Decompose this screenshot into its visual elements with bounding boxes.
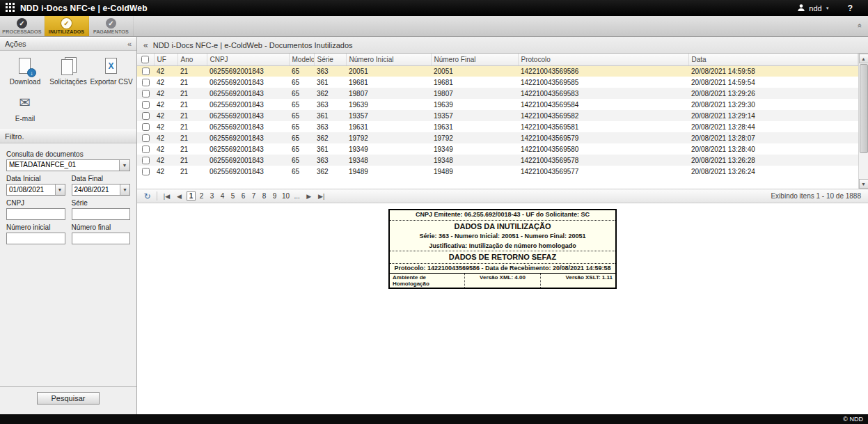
row-checkbox[interactable] [142,79,150,86]
select-all-checkbox[interactable] [141,56,149,63]
table-row[interactable]: 4221062556920018436536219792197921422100… [137,132,858,143]
column-header-modelo[interactable]: Modelo [289,54,314,65]
tab-pagamentos[interactable]: ✓ PAGAMENTOS [89,16,134,36]
pager-page-3[interactable]: 3 [207,192,216,200]
table-cell: 42 [154,143,177,155]
pager-last-button[interactable]: ▶| [316,193,326,200]
select-all-header-cell [137,54,154,65]
data-inicial-dropdown-icon[interactable]: ▼ [55,184,65,196]
table-cell: 06255692001843 [207,65,289,77]
table-row[interactable]: 4221062556920018436536119357193571422100… [137,110,858,121]
collapse-actions-icon[interactable]: « [127,40,132,48]
email-button[interactable]: ✉ E-mail [3,94,47,123]
table-cell: 142210043569579 [518,132,688,143]
pager-page-1[interactable]: 1 [187,191,196,201]
cnpj-input[interactable] [6,208,65,220]
scroll-up-icon[interactable]: ▲ [859,54,868,63]
pager-page-2[interactable]: 2 [197,192,206,200]
column-header-ano[interactable]: Ano [177,54,207,65]
table-row[interactable]: 4221062556920018436536219489194891422100… [137,166,858,177]
table-cell: 65 [289,77,314,88]
pager-page-8[interactable]: 8 [260,192,269,200]
numero-final-input[interactable] [72,233,131,244]
row-checkbox[interactable] [142,101,150,109]
pager-page-10[interactable]: 10 [281,192,291,200]
row-checkbox[interactable] [142,146,150,153]
serie-input[interactable] [72,208,131,220]
consulta-dropdown-icon[interactable]: ▼ [119,160,129,171]
sidebar: Ações « ↓ Download Solicitações [0,37,137,414]
download-button[interactable]: ↓ Download [3,57,47,86]
export-csv-icon: X [102,57,120,75]
table-cell: 65 [289,166,314,177]
app-grid-icon[interactable] [6,2,15,15]
row-checkbox[interactable] [142,90,150,97]
scrollbar-thumb[interactable] [860,64,868,153]
user-dropdown-icon: ▼ [826,6,830,10]
pager-page-7[interactable]: 7 [249,192,258,200]
pager-next-button[interactable]: ▶ [303,193,314,200]
tab-inutilizados[interactable]: ✓ INUTILIZADOS [45,16,89,36]
table-row[interactable]: 4221062556920018436536119681196811422100… [137,77,858,88]
table-cell: 142210043569581 [518,121,688,132]
row-checkbox[interactable] [142,68,150,75]
table-cell: 65 [289,65,314,77]
pager-separator [157,191,157,201]
user-menu[interactable]: ndd ▼ [797,3,829,13]
table-row[interactable]: 4221062556920018436536219807198071422100… [137,88,858,99]
pager-page-9[interactable]: 9 [270,192,279,200]
vertical-scrollbar[interactable]: ▲ ▼ [858,54,868,189]
row-checkbox[interactable] [142,112,150,120]
row-checkbox[interactable] [142,123,150,131]
table-cell: 142210043569582 [518,110,688,121]
data-inicial-input[interactable] [6,184,55,196]
exportar-csv-button[interactable]: X Exportar CSV [90,57,133,86]
table-cell: 142210043569577 [518,166,688,177]
table-cell: 361 [314,77,346,88]
row-checkbox[interactable] [142,134,150,142]
solicitacoes-button[interactable]: Solicitações [47,57,90,86]
documents-stack-icon [59,57,77,75]
row-checkbox[interactable] [142,168,150,175]
table-cell: 142210043569584 [518,99,688,110]
pesquisar-button[interactable]: Pesquisar [37,392,100,405]
table-row[interactable]: 4221062556920018436536319631196311422100… [137,121,858,132]
row-checkbox[interactable] [142,157,150,164]
column-header-série[interactable]: Série [314,54,346,65]
consulta-label: Consulta de documentos [6,150,130,158]
help-button[interactable]: ? [848,3,853,13]
table-cell: 362 [314,88,346,99]
pager-ellipsis: ... [292,192,301,200]
tab-processados[interactable]: ✓ PROCESSADOS [0,16,45,36]
column-header-protocolo[interactable]: Protocolo [518,54,688,65]
collapse-ribbon-icon[interactable]: » [855,24,863,28]
preview-serie-line: Série: 363 - Numero Inicial: 20051 - Num… [390,232,615,242]
pager-page-4[interactable]: 4 [218,192,227,200]
table-row[interactable]: 4221062556920018436536319639196391422100… [137,99,858,110]
data-final-dropdown-icon[interactable]: ▼ [120,184,130,196]
column-header-data[interactable]: Data [688,54,858,65]
pager-page-5[interactable]: 5 [228,192,237,200]
numero-inicial-input[interactable] [6,233,65,244]
table-row[interactable]: 4221062556920018436536119349193491422100… [137,143,858,155]
column-header-número-final[interactable]: Número Final [431,54,518,65]
table-cell: 20/08/2021 14:59:58 [688,65,858,77]
scroll-down-icon[interactable]: ▼ [859,179,868,189]
collapse-sidebar-icon[interactable]: « [143,40,148,50]
column-header-cnpj[interactable]: CNPJ [207,54,289,65]
pager-first-button[interactable]: |◀ [161,193,172,200]
filter-panel-header: Filtro. [0,129,136,143]
pager-prev-button[interactable]: ◀ [174,193,184,200]
table-cell: 19639 [346,99,431,110]
pager-page-6[interactable]: 6 [239,192,248,200]
column-header-número-inicial[interactable]: Número Inicial [346,54,431,65]
consulta-select[interactable]: METADATANFCE_01 ▼ [6,159,130,171]
table-row[interactable]: 4221062556920018436536320051200511422100… [137,65,858,77]
table-cell: 19489 [431,166,518,177]
table-cell: 21 [177,166,207,177]
data-final-input[interactable] [72,184,120,196]
column-header-uf[interactable]: UF [154,54,177,65]
refresh-icon[interactable]: ↻ [142,191,152,201]
table-row[interactable]: 4221062556920018436536319348193481422100… [137,155,858,166]
preview-versao-xslt: Versão XSLT: 1.11 [540,274,615,288]
